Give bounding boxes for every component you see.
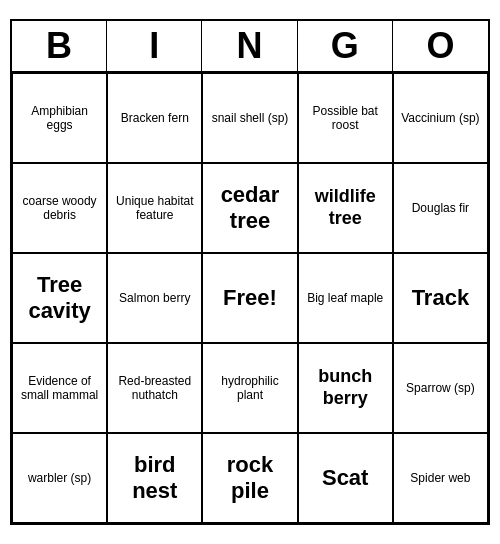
- bingo-cell-0: Amphibian eggs: [12, 73, 107, 163]
- bingo-cell-15: Evidence of small mammal: [12, 343, 107, 433]
- bingo-letter-o: O: [393, 21, 488, 71]
- bingo-cell-1: Bracken fern: [107, 73, 202, 163]
- bingo-cell-20: warbler (sp): [12, 433, 107, 523]
- bingo-cell-10: Tree cavity: [12, 253, 107, 343]
- bingo-header: BINGO: [12, 21, 488, 73]
- bingo-cell-23: Scat: [298, 433, 393, 523]
- bingo-cell-4: Vaccinium (sp): [393, 73, 488, 163]
- bingo-letter-n: N: [202, 21, 297, 71]
- bingo-cell-11: Salmon berry: [107, 253, 202, 343]
- bingo-cell-12: Free!: [202, 253, 297, 343]
- bingo-cell-9: Douglas fir: [393, 163, 488, 253]
- bingo-letter-g: G: [298, 21, 393, 71]
- bingo-card: BINGO Amphibian eggsBracken fernsnail sh…: [10, 19, 490, 525]
- bingo-cell-7: cedar tree: [202, 163, 297, 253]
- bingo-cell-17: hydrophilic plant: [202, 343, 297, 433]
- bingo-cell-2: snail shell (sp): [202, 73, 297, 163]
- bingo-grid: Amphibian eggsBracken fernsnail shell (s…: [12, 73, 488, 523]
- bingo-cell-16: Red-breasted nuthatch: [107, 343, 202, 433]
- bingo-cell-14: Track: [393, 253, 488, 343]
- bingo-letter-b: B: [12, 21, 107, 71]
- bingo-cell-5: coarse woody debris: [12, 163, 107, 253]
- bingo-cell-13: Big leaf maple: [298, 253, 393, 343]
- bingo-cell-24: Spider web: [393, 433, 488, 523]
- bingo-cell-22: rock pile: [202, 433, 297, 523]
- bingo-cell-8: wildlife tree: [298, 163, 393, 253]
- bingo-cell-3: Possible bat roost: [298, 73, 393, 163]
- bingo-cell-21: bird nest: [107, 433, 202, 523]
- bingo-letter-i: I: [107, 21, 202, 71]
- bingo-cell-6: Unique habitat feature: [107, 163, 202, 253]
- bingo-cell-19: Sparrow (sp): [393, 343, 488, 433]
- bingo-cell-18: bunch berry: [298, 343, 393, 433]
